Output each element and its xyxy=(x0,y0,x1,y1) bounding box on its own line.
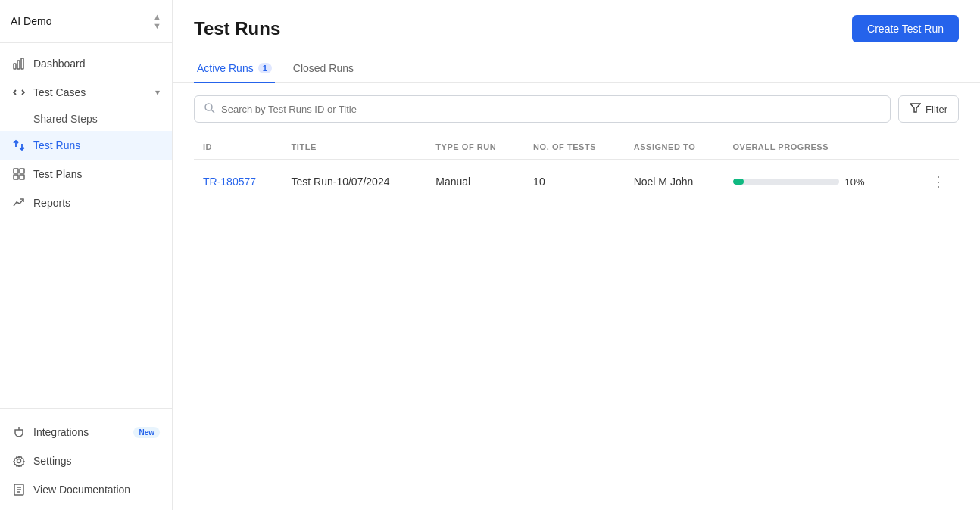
sidebar: AI Demo ▲▼ Dashboard Test Cas xyxy=(0,0,173,510)
sidebar-item-test-runs[interactable]: Test Runs xyxy=(0,131,172,160)
grid-icon xyxy=(12,167,26,181)
arrows-icon xyxy=(12,138,26,152)
chart-icon xyxy=(12,196,26,210)
sidebar-item-view-documentation[interactable]: View Documentation xyxy=(0,475,172,504)
sidebar-item-settings-label: Settings xyxy=(33,455,72,467)
tab-closed-runs[interactable]: Closed Runs xyxy=(290,54,357,83)
sidebar-item-reports[interactable]: Reports xyxy=(0,188,172,217)
svg-rect-0 xyxy=(14,64,16,69)
sidebar-item-dashboard[interactable]: Dashboard xyxy=(0,49,172,78)
sidebar-bottom: Integrations New Settings View xyxy=(0,408,172,510)
col-header-assigned-to: ASSIGNED TO xyxy=(625,135,724,160)
run-type: Manual xyxy=(426,160,524,204)
svg-point-11 xyxy=(17,459,21,463)
active-runs-count-badge: 1 xyxy=(258,63,272,73)
plug-icon xyxy=(12,425,26,439)
sidebar-item-test-plans[interactable]: Test Plans xyxy=(0,160,172,188)
sidebar-item-settings[interactable]: Settings xyxy=(0,446,172,475)
table-row: TR-180577 Test Run-10/07/2024 Manual 10 … xyxy=(194,160,959,204)
workspace-name: AI Demo xyxy=(11,15,51,27)
gear-icon xyxy=(12,454,26,468)
workspace-selector[interactable]: AI Demo ▲▼ xyxy=(0,0,172,43)
sidebar-item-test-cases[interactable]: Test Cases ▾ xyxy=(0,78,172,107)
tabs-bar: Active Runs 1 Closed Runs xyxy=(173,45,980,83)
main-header: Test Runs Create Test Run xyxy=(173,0,980,42)
search-input[interactable] xyxy=(221,104,881,115)
bar-chart-icon xyxy=(12,57,26,70)
sidebar-item-dashboard-label: Dashboard xyxy=(33,58,86,70)
sidebar-item-shared-steps[interactable]: Shared Steps xyxy=(0,107,172,131)
sidebar-item-view-documentation-label: View Documentation xyxy=(33,484,130,496)
run-id-link[interactable]: TR-180577 xyxy=(203,176,256,188)
run-title: Test Run-10/07/2024 xyxy=(282,160,427,204)
filter-icon xyxy=(910,102,921,116)
tab-active-runs-label: Active Runs xyxy=(197,62,254,74)
integrations-new-badge: New xyxy=(133,427,160,438)
svg-rect-5 xyxy=(14,169,18,173)
svg-rect-8 xyxy=(20,175,24,179)
main-content: Test Runs Create Test Run Active Runs 1 … xyxy=(173,0,980,510)
test-runs-table: ID TITLE TYPE OF RUN NO. OF TESTS ASSIGN… xyxy=(194,135,959,204)
svg-marker-18 xyxy=(910,104,920,112)
svg-rect-2 xyxy=(21,58,23,69)
svg-rect-1 xyxy=(17,61,20,69)
filter-button[interactable]: Filter xyxy=(898,95,959,123)
sidebar-item-test-runs-label: Test Runs xyxy=(33,139,80,151)
doc-icon xyxy=(12,483,26,496)
page-title: Test Runs xyxy=(194,18,280,39)
col-header-title: TITLE xyxy=(282,135,427,160)
tab-closed-runs-label: Closed Runs xyxy=(293,62,354,74)
sidebar-item-test-cases-label: Test Cases xyxy=(33,86,86,98)
svg-rect-7 xyxy=(14,175,18,179)
col-header-id: ID xyxy=(194,135,282,160)
run-num-tests: 10 xyxy=(524,160,625,204)
run-assigned-to: Noel M John xyxy=(625,160,724,204)
workspace-chevron-icon: ▲▼ xyxy=(153,12,161,30)
sidebar-nav: Dashboard Test Cases ▾ Shared Steps xyxy=(0,43,172,408)
row-more-button[interactable]: ⋮ xyxy=(927,170,950,193)
chevron-code-icon xyxy=(12,86,26,99)
col-header-type: TYPE OF RUN xyxy=(426,135,524,160)
run-progress: 10% xyxy=(733,176,910,188)
toolbar: Filter xyxy=(173,83,980,135)
sidebar-item-reports-label: Reports xyxy=(33,197,70,209)
svg-line-17 xyxy=(211,110,214,113)
test-runs-table-container: ID TITLE TYPE OF RUN NO. OF TESTS ASSIGN… xyxy=(173,135,980,510)
sidebar-item-test-plans-label: Test Plans xyxy=(33,168,83,180)
progress-bar-fill xyxy=(733,179,744,185)
col-header-num-tests: NO. OF TESTS xyxy=(524,135,625,160)
filter-button-label: Filter xyxy=(925,104,947,115)
expand-icon: ▾ xyxy=(155,87,160,98)
sidebar-item-integrations-label: Integrations xyxy=(33,426,89,438)
tab-active-runs[interactable]: Active Runs 1 xyxy=(194,54,275,83)
search-icon xyxy=(204,102,215,116)
svg-point-16 xyxy=(205,104,212,110)
col-header-progress: OVERALL PROGRESS xyxy=(724,135,919,160)
progress-text: 10% xyxy=(845,176,872,188)
sidebar-item-shared-steps-label: Shared Steps xyxy=(33,113,98,125)
progress-bar-background xyxy=(733,179,839,185)
sidebar-item-integrations[interactable]: Integrations New xyxy=(0,418,172,446)
search-box[interactable] xyxy=(194,95,891,123)
create-test-run-button[interactable]: Create Test Run xyxy=(852,15,959,42)
svg-rect-6 xyxy=(20,169,24,173)
